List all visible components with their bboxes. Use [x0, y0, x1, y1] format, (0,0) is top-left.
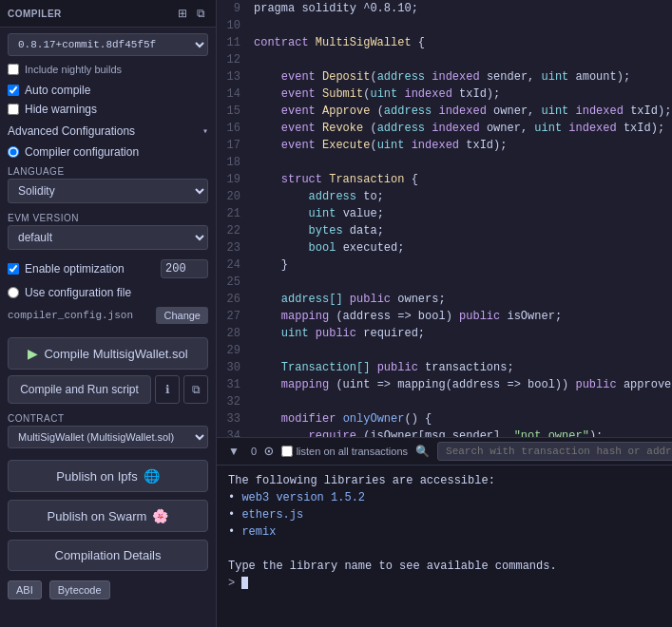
line-content: address to; [250, 188, 384, 205]
compiler-title: COMPILER [8, 9, 62, 19]
advanced-title: Advanced Configurations [8, 124, 135, 138]
line-content [250, 274, 254, 291]
line-number: 12 [217, 51, 250, 68]
line-content: event Revoke (address indexed owner, uin… [250, 120, 664, 137]
hide-warnings-row: Hide warnings [0, 100, 216, 119]
search-icon: 🔍 [415, 445, 430, 459]
line-content [250, 51, 254, 68]
code-line: 15 event Approve (address indexed owner,… [217, 103, 672, 120]
terminal-empty-line [228, 542, 672, 557]
code-line: 26 address[] public owners; [217, 291, 672, 308]
terminal-toolbar: ▼ 0 ⊙ listen on all transactions 🔍 [217, 438, 672, 466]
config-file-row: compiler_config.json Change [0, 303, 216, 332]
auto-compile-label: Auto compile [25, 84, 90, 97]
change-button[interactable]: Change [156, 307, 208, 324]
nightly-row: Include nightly builds [0, 62, 216, 81]
terminal-zero: 0 [251, 446, 257, 457]
compiler-icon-btn-2[interactable]: ⧉ [194, 6, 208, 21]
listen-checkbox[interactable] [281, 446, 293, 457]
terminal: ▼ 0 ⊙ listen on all transactions 🔍 The f… [217, 437, 672, 627]
terminal-down-icon-btn[interactable]: ▼ [224, 443, 243, 460]
line-content: address[] public owners; [250, 291, 446, 308]
copy-icon-button[interactable]: ⧉ [183, 375, 208, 404]
version-select[interactable]: 0.8.17+commit.8df45f5f [8, 33, 208, 56]
bottom-icons: ABI Bytecode [0, 575, 216, 605]
code-editor[interactable]: 9pragma solidity ^0.8.10;1011contract Mu… [217, 0, 672, 437]
line-number: 24 [217, 256, 250, 274]
code-line: 31 mapping (uint => mapping(address => b… [217, 376, 672, 393]
code-line: 21 uint value; [217, 205, 672, 222]
line-content [250, 17, 254, 34]
line-content: modifier onlyOwner() { [250, 410, 432, 428]
line-number: 27 [217, 308, 250, 325]
left-panel: COMPILER ⊞ ⧉ 0.8.17+commit.8df45f5f Incl… [0, 0, 217, 627]
compiler-icons: ⊞ ⧉ [175, 6, 208, 21]
line-number: 34 [217, 428, 250, 437]
terminal-search-input[interactable] [437, 442, 672, 461]
hide-warnings-checkbox[interactable] [8, 104, 19, 115]
code-line: 14 event Submit(uint indexed txId); [217, 86, 672, 103]
hide-warnings-label: Hide warnings [25, 103, 97, 116]
contract-select[interactable]: MultiSigWallet (MultisigWallet.sol) [8, 426, 208, 448]
contract-label: CONTRACT [0, 408, 216, 426]
line-number: 14 [217, 86, 250, 103]
line-content: pragma solidity ^0.8.10; [250, 0, 418, 17]
compilation-details-button[interactable]: Compilation Details [8, 540, 208, 571]
publish-swarm-button[interactable]: Publish on Swarm 🌸 [8, 500, 208, 532]
evm-label: EVM VERSION [0, 209, 216, 225]
code-line: 32 [217, 393, 672, 410]
line-content: mapping (address => bool) public isOwner… [250, 308, 562, 325]
optimization-input[interactable] [161, 259, 208, 278]
line-number: 23 [217, 239, 250, 256]
line-content: event Approve (address indexed owner, ui… [250, 103, 671, 120]
code-line: 27 mapping (address => bool) public isOw… [217, 308, 672, 325]
line-number: 29 [217, 342, 250, 359]
code-line: 25 [217, 274, 672, 291]
use-config-label: Use configuration file [25, 286, 131, 299]
auto-compile-checkbox[interactable] [8, 85, 19, 96]
use-config-radio[interactable] [8, 287, 19, 298]
code-line: 9pragma solidity ^0.8.10; [217, 0, 672, 17]
terminal-hint: Type the library name to see available c… [228, 559, 672, 574]
language-select[interactable]: Solidity [8, 179, 208, 203]
line-number: 25 [217, 274, 250, 291]
advanced-section-header[interactable]: Advanced Configurations ▾ [0, 119, 216, 142]
compile-run-button[interactable]: Compile and Run script [8, 375, 151, 404]
publish-swarm-label: Publish on Swarm [48, 509, 147, 523]
compile-button[interactable]: ▶ Compile MultisigWallet.sol [8, 337, 208, 370]
line-content: event Execute(uint indexed txId); [250, 137, 507, 154]
line-content: contract MultiSigWallet { [250, 34, 425, 51]
swarm-icon: 🌸 [152, 508, 168, 523]
line-content: uint public required; [250, 325, 425, 342]
code-line: 24 } [217, 256, 672, 274]
publish-ipfs-button[interactable]: Publish on Ipfs 🌐 [8, 460, 208, 492]
compiler-icon-btn-1[interactable]: ⊞ [175, 6, 190, 21]
line-content: event Deposit(address indexed sender, ui… [250, 68, 630, 86]
line-content: require (isOwner[msg.sender], "not owner… [250, 428, 603, 437]
line-number: 18 [217, 154, 250, 171]
compiler-config-radio[interactable] [8, 146, 19, 158]
terminal-dot-icon: ⊙ [264, 442, 274, 461]
terminal-bullet-web3: • web3 version 1.5.2 [228, 490, 672, 505]
bytecode-badge[interactable]: Bytecode [49, 580, 110, 599]
compile-icon: ▶ [28, 346, 38, 361]
line-number: 33 [217, 410, 250, 428]
line-number: 32 [217, 393, 250, 410]
right-panel: 9pragma solidity ^0.8.10;1011contract Mu… [217, 0, 672, 627]
optimization-checkbox[interactable] [8, 263, 19, 275]
evm-select[interactable]: default [8, 225, 208, 250]
compiler-config-label: Compiler configuration [25, 145, 139, 159]
code-line: 20 address to; [217, 188, 672, 205]
nightly-checkbox[interactable] [8, 64, 19, 75]
optimization-row: Enable optimization [0, 256, 216, 282]
config-file-name: compiler_config.json [8, 310, 133, 321]
compiler-header: COMPILER ⊞ ⧉ [0, 0, 216, 28]
abi-badge[interactable]: ABI [8, 580, 42, 599]
code-line: 29 [217, 342, 672, 359]
line-content: Transaction[] public transactions; [250, 359, 514, 376]
info-icon-button[interactable]: ℹ [155, 375, 180, 404]
line-number: 28 [217, 325, 250, 342]
line-content: uint value; [250, 205, 384, 222]
code-line: 23 bool executed; [217, 239, 672, 256]
info-icon: ℹ [165, 383, 170, 396]
